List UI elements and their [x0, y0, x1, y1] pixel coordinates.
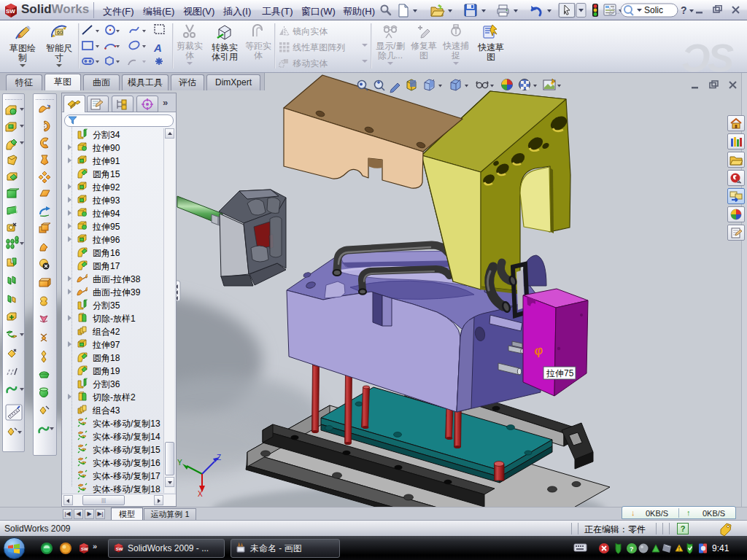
- svg-text:?: ?: [630, 545, 634, 553]
- svg-text:拉伸75: 拉伸75: [546, 368, 574, 378]
- svg-text:Solic: Solic: [644, 5, 663, 15]
- svg-text:SW: SW: [81, 547, 88, 551]
- svg-text:A: A: [153, 42, 162, 54]
- svg-text:»: »: [93, 542, 97, 551]
- svg-text:Z: Z: [217, 454, 221, 462]
- svg-text:SW: SW: [116, 546, 123, 551]
- svg-text:?: ?: [681, 4, 687, 16]
- svg-text:沙..: 沙..: [608, 7, 620, 15]
- svg-text:!: !: [678, 545, 681, 552]
- svg-text:Y: Y: [177, 459, 182, 467]
- svg-text:SW: SW: [6, 8, 15, 15]
- svg-text:X: X: [198, 490, 203, 498]
- svg-text:60: 60: [57, 30, 63, 35]
